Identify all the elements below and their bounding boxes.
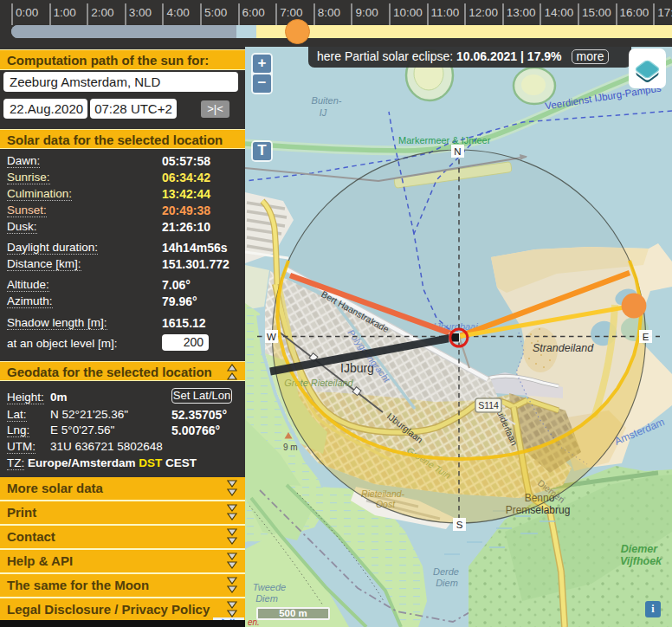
svg-text:W: W — [267, 332, 276, 342]
svg-text:Diem: Diem — [436, 578, 458, 588]
svg-text:S: S — [456, 520, 463, 530]
svg-text:Derde: Derde — [433, 566, 459, 577]
svg-text:N: N — [454, 146, 461, 157]
svg-text:9 m: 9 m — [283, 443, 298, 452]
svg-text:E: E — [643, 332, 649, 342]
svg-text:Vijfhoek: Vijfhoek — [620, 555, 662, 567]
svg-text:Buiten-: Buiten- — [312, 95, 342, 106]
svg-text:Markermeer & IJmeer: Markermeer & IJmeer — [398, 135, 491, 145]
svg-text:Diem: Diem — [255, 593, 278, 604]
svg-text:Tweede: Tweede — [253, 582, 286, 592]
svg-text:Diemer: Diemer — [621, 543, 659, 555]
svg-text:IJ: IJ — [320, 107, 327, 118]
